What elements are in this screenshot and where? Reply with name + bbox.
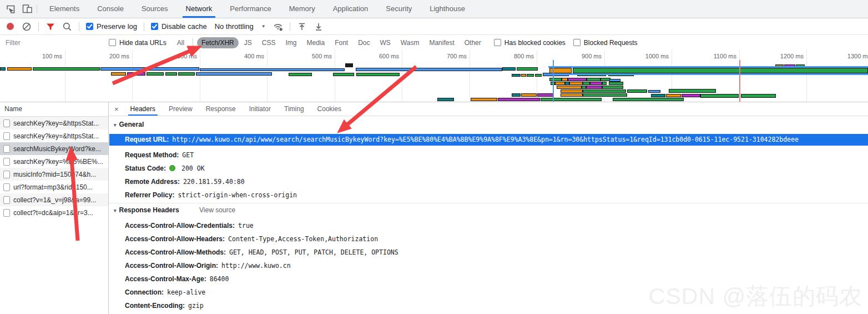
chevron-down-icon: ▼ [261, 24, 266, 29]
request-row[interactable]: searchKey?key=%E5%BE%... [0, 155, 108, 168]
details-tab-timing[interactable]: Timing [277, 102, 311, 116]
details-tab-response[interactable]: Response [199, 102, 243, 116]
waterfall-bar [555, 82, 565, 85]
header-name: Request Method: [125, 151, 179, 159]
filter-pill-all[interactable]: All [173, 37, 189, 48]
inspect-element-icon[interactable] [4, 3, 17, 15]
header-value: http://www.kuwo.cn [221, 262, 291, 270]
header-name: Access-Control-Allow-Credentials: [125, 222, 235, 230]
waterfall-bar [583, 93, 627, 97]
file-icon [3, 119, 10, 127]
filter-pill-wasm[interactable]: Wasm [396, 37, 424, 48]
tab-network[interactable]: Network [177, 0, 221, 18]
waterfall-bar [561, 93, 583, 97]
filter-pill-other[interactable]: Other [460, 37, 486, 48]
waterfall-bar [568, 78, 587, 81]
filter-pill-fetch-xhr[interactable]: Fetch/XHR [197, 37, 239, 48]
hide-data-urls-checkbox[interactable]: Hide data URLs [109, 39, 166, 47]
export-har-icon[interactable] [313, 21, 324, 32]
waterfall-bar [521, 74, 526, 77]
ruler-tick-label: 800 ms [489, 53, 534, 59]
details-tab-bar: × HeadersPreviewResponseInitiatorTimingC… [109, 102, 868, 116]
header-row: Access-Control-Max-Age:86400 [109, 273, 868, 285]
clear-icon[interactable] [21, 21, 32, 32]
details-tab-headers[interactable]: Headers [124, 102, 162, 116]
disable-cache-checkbox[interactable]: Disable cache [151, 22, 207, 31]
tab-lighthouse[interactable]: Lighthouse [421, 0, 474, 18]
header-name: Access-Control-Allow-Origin: [125, 262, 218, 270]
ruler-tick-label: 1300 ms [826, 53, 868, 59]
tab-sources[interactable]: Sources [133, 0, 177, 18]
throttling-select[interactable]: No throttling [215, 22, 254, 31]
filter-pill-doc[interactable]: Doc [354, 37, 374, 48]
preserve-log-checkbox[interactable]: Preserve log [86, 22, 137, 31]
request-row[interactable]: searchMusicBykeyWord?ke... [0, 142, 108, 155]
header-value: GET, HEAD, POST, PUT, PATCH, DELETE, OPT… [229, 248, 398, 256]
waterfall-bar [289, 73, 312, 76]
header-name: Content-Encoding: [125, 302, 185, 310]
network-conditions-icon[interactable] [272, 21, 284, 32]
filter-input[interactable] [4, 38, 105, 47]
waterfall-bar [527, 74, 534, 77]
tab-memory[interactable]: Memory [280, 0, 324, 18]
waterfall-bar [648, 90, 660, 93]
waterfall-bar [196, 72, 272, 76]
request-name: collect?v=1&_v=j98&a=99... [13, 196, 96, 204]
search-icon[interactable] [62, 21, 73, 32]
request-url-row: Request URL:http://www.kuwo.cn/api/www/s… [109, 134, 868, 146]
waterfall-bar [33, 67, 100, 71]
name-column-header[interactable]: Name [0, 102, 108, 117]
request-row[interactable]: collect?v=1&_v=j98&a=99... [0, 193, 108, 206]
filter-pill-manifest[interactable]: Manifest [425, 37, 458, 48]
tab-console[interactable]: Console [88, 0, 133, 18]
request-name: searchMusicBykeyWord?ke... [13, 145, 101, 153]
filter-pill-media[interactable]: Media [302, 37, 329, 48]
close-icon[interactable]: × [109, 105, 124, 113]
view-source-link[interactable]: View source [199, 206, 235, 214]
tab-elements[interactable]: Elements [41, 0, 88, 18]
filter-pill-ws[interactable]: WS [376, 37, 395, 48]
filter-pill-js[interactable]: JS [240, 37, 256, 48]
tab-application[interactable]: Application [324, 0, 377, 18]
request-row[interactable]: collect?t=dc&aip=1&_r=3... [0, 206, 108, 219]
tab-performance[interactable]: Performance [221, 0, 280, 18]
header-value: gzip [188, 302, 204, 310]
filter-pill-img[interactable]: Img [281, 37, 301, 48]
request-name: searchKey?key=&httpsStat... [13, 132, 99, 140]
divider [144, 22, 144, 31]
waterfall-bar [498, 98, 540, 101]
request-row[interactable]: searchKey?key=&httpsStat... [0, 117, 108, 129]
filter-funnel-icon[interactable] [45, 21, 56, 32]
section-header[interactable]: ▾General [114, 121, 144, 128]
blocked-requests-checkbox[interactable]: Blocked Requests [573, 39, 638, 47]
header-value: http://www.kuwo.cn/api/www/search/search… [172, 136, 799, 143]
section-title: General [119, 121, 144, 128]
waterfall-bar [549, 78, 562, 81]
filter-pill-font[interactable]: Font [330, 37, 352, 48]
file-icon [3, 171, 10, 178]
ruler-tick-label: 300 ms [153, 53, 197, 59]
checkbox-checked-icon [151, 23, 158, 30]
waterfall-bar [700, 94, 739, 98]
request-row[interactable]: searchKey?key=&httpsStat... [0, 129, 108, 142]
details-tab-preview[interactable]: Preview [162, 102, 199, 116]
tab-security[interactable]: Security [377, 0, 421, 18]
has-blocked-cookies-checkbox[interactable]: Has blocked cookies [494, 39, 566, 47]
device-toolbar-icon[interactable] [21, 3, 33, 15]
details-tab-cookies[interactable]: Cookies [311, 102, 348, 116]
request-row[interactable]: url?format=mp3&rid=150... [0, 181, 108, 193]
network-overview-waterfall[interactable]: 100 ms200 ms300 ms400 ms500 ms600 ms700 … [0, 50, 868, 102]
import-har-icon[interactable] [296, 21, 307, 32]
file-icon [3, 196, 10, 204]
record-icon[interactable] [4, 21, 16, 32]
divider [37, 4, 37, 13]
section-header[interactable]: ▾Response Headers [114, 206, 179, 214]
header-name: Status Code: [125, 165, 166, 172]
filter-pill-css[interactable]: CSS [258, 37, 280, 48]
file-icon [3, 209, 10, 217]
details-tab-initiator[interactable]: Initiator [243, 102, 277, 116]
ruler-tick-label: 600 ms [355, 53, 399, 59]
request-row[interactable]: musicInfo?mid=150974&h... [0, 168, 108, 181]
divider [193, 38, 193, 47]
waterfall-bar [565, 82, 569, 85]
